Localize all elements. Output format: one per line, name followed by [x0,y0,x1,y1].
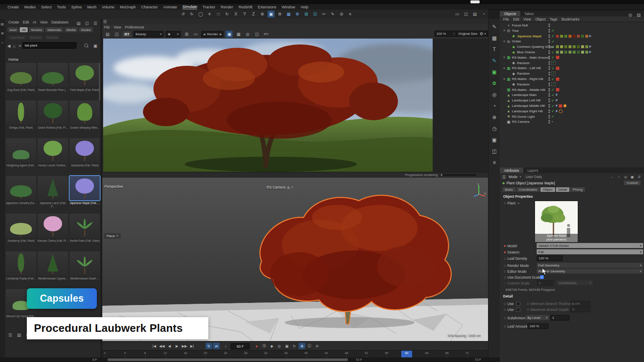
undo-icon[interactable]: ↺ [179,10,187,18]
model-dropdown[interactable]: Variant 3 Full-Grown▾ [537,243,643,248]
asset-tile[interactable]: Kanzan Cherry (Fall, Pl... [37,214,69,251]
enabled-check-icon[interactable]: ✓ [551,109,555,113]
enabled-check-icon[interactable]: ✓ [551,93,555,97]
user-data-button[interactable]: User Data [526,175,542,179]
redshift-tag-icon[interactable] [556,88,559,91]
visibility-dots-icon[interactable] [548,98,550,102]
material-swatch-icon[interactable] [569,45,571,48]
range-end-field[interactable]: 72 F [351,358,367,362]
simulate-scene-icon[interactable]: ▦ [285,10,292,18]
use-document-scale-checkbox[interactable]: ✓ [540,275,544,279]
live-selection-icon[interactable]: ◯ [197,10,204,18]
material-swatch-icon[interactable] [577,51,580,54]
enabled-check-icon[interactable]: ✓ [551,88,555,92]
filter-materials[interactable]: Materials [45,27,63,32]
menu-mesh[interactable]: Mesh [87,5,96,9]
record-rotation-icon[interactable]: ↻ [291,343,298,349]
max-frame-field[interactable]: 72 F [470,358,486,362]
enabled-check-icon[interactable]: ✓ [551,98,555,103]
tab-attributes[interactable]: Attributes [500,168,523,173]
material-swatch-icon[interactable] [564,35,567,38]
frame-ruler[interactable]: 04812162024283236404448525660646872 [102,350,488,358]
render-mode-dropdown[interactable]: Full Geometry▾ [537,263,643,268]
info-icon[interactable]: ☰ [7,331,14,339]
keyframe-bullet-icon[interactable]: ◇ [502,264,507,267]
subtab-scenes[interactable]: Scenes [28,35,44,40]
menu-extensions[interactable]: Extensions [258,5,276,9]
material-swatch-icon[interactable] [569,35,571,38]
enabled-check-icon[interactable]: ✓ [551,45,555,49]
subdivision-value-field[interactable]: 1 [550,315,569,321]
custom-scale-unit-dropdown[interactable]: Centimeters▾ [557,280,593,285]
visibility-dots-icon[interactable] [548,61,550,65]
visibility-dots-icon[interactable] [548,83,550,86]
lock-render-icon[interactable]: ▣ [226,31,233,38]
grid-overlay-icon[interactable]: ▦ [235,31,242,38]
menu-create[interactable]: Create [8,5,19,9]
modeling-axis-icon[interactable]: ✂ [320,10,327,18]
attr-tab-coordinates[interactable]: Coordinates [517,187,540,192]
sound-icon[interactable]: ♪ [222,343,229,349]
generator-gear-icon[interactable]: ⚙ [488,78,500,89]
filter-nodes[interactable]: Nodes [79,27,93,32]
enabled-check-icon[interactable]: ✓ [551,28,555,33]
material-swatch-icon[interactable] [585,51,588,54]
expand-arrow-icon[interactable]: ▾ [502,29,506,32]
menu-tracker[interactable]: Tracker [203,5,215,9]
split-view-icon[interactable]: ◫ [83,20,91,27]
material-swatch-icon[interactable] [577,35,580,38]
interface-color-icon[interactable]: ◔ [480,10,487,18]
field-tag-icon[interactable]: F [589,34,592,38]
keyframe-bullet-icon[interactable]: ◇ [502,257,507,260]
menu-mograph[interactable]: MoGraph [120,5,136,9]
plant-preview-thumbnail[interactable]: Japanese Maple (Acer palmatum) [535,201,578,243]
obj-menu-bookmarks[interactable]: Bookmarks [561,17,579,21]
material-swatch-icon[interactable] [573,35,576,38]
snap-off-icon[interactable]: ⊘ [338,10,345,18]
menu-redshift[interactable]: Redshift [239,5,252,9]
rotate-tool-icon[interactable]: ↻ [223,10,231,18]
visibility-dots-icon[interactable] [548,93,550,97]
visibility-dots-icon[interactable] [548,56,550,59]
render-view-icon[interactable]: ▣ [267,10,275,18]
layout-split-icon[interactable]: ◫ [462,10,470,18]
back-icon[interactable]: ◀ [7,42,11,49]
asset-tile[interactable]: Dwarf Mountain Pine (... [37,63,69,100]
field-tag-icon[interactable]: F [589,50,592,54]
visibility-dots-icon[interactable] [548,39,550,43]
asset-tile[interactable]: Dog-Rose (Fall, Plant) [5,63,37,100]
checker-bg-icon[interactable]: ⊞ [183,31,190,38]
menu-character[interactable]: Character [141,5,158,9]
obj-menu-view[interactable]: View [523,17,531,21]
display-icon[interactable]: ◫ [488,146,500,157]
visibility-dots-icon[interactable] [548,66,550,70]
tab-layers[interactable]: Layers [523,168,543,173]
keyframe-bullet-icon[interactable]: ◇ [502,276,507,279]
lock-attr-icon[interactable]: ▣ [630,174,635,179]
deformer-icon[interactable]: ◔ [488,101,500,111]
visibility-dots-icon[interactable] [548,34,550,38]
menu-window[interactable]: Window [282,5,295,9]
asset-tile[interactable]: Jacaranda (Fall, Plant) [69,138,101,175]
visibility-dots-icon[interactable] [548,50,550,54]
menu-render[interactable]: Render [221,5,233,9]
effector-checkbox[interactable]: ✓ [551,61,556,65]
cube-primitive-icon[interactable]: ▦ [488,33,500,44]
search-icon[interactable] [84,44,88,47]
prev-key-icon[interactable]: ◀◀ [158,343,165,349]
compare-icon[interactable]: ◫ [253,31,260,38]
tree-item-random[interactable]: ◈Random✓ [500,82,644,87]
scale-tool-icon[interactable]: □ [215,10,222,18]
y-axis-lock-icon[interactable]: Y [241,10,248,18]
visibility-dots-icon[interactable] [548,23,550,27]
redshift-tag-icon[interactable] [556,67,559,70]
panel-burger-icon[interactable]: ☰ [501,174,506,179]
visibility-dots-icon[interactable] [548,109,550,113]
asset-tile[interactable]: Honey Locust 'Sunbur... [37,138,69,175]
field-icon[interactable]: ⊕ [488,112,500,123]
material-swatch-icon[interactable] [556,45,559,48]
redo-icon[interactable]: ↻ [188,10,195,18]
keyframe-bullet-icon[interactable]: ◇ [502,308,507,311]
camera-tool-icon[interactable]: ▣ [488,134,500,145]
rv-menu-file[interactable]: File [104,25,110,29]
